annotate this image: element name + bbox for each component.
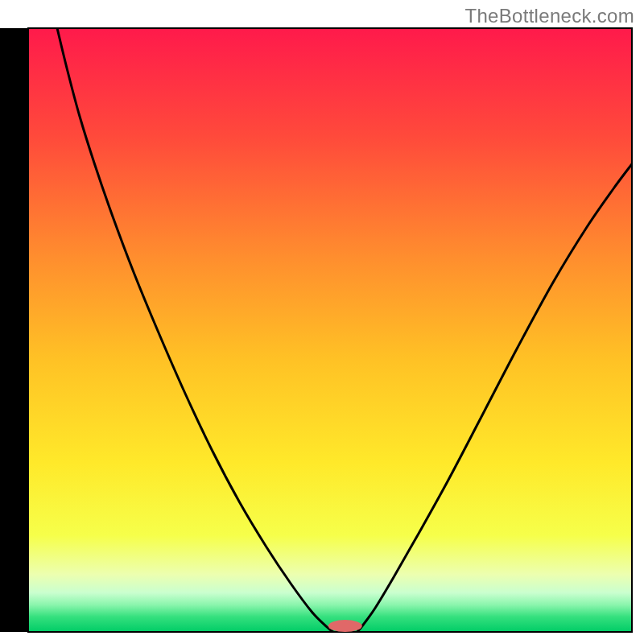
optimum-marker: [328, 620, 362, 632]
watermark-text: TheBottleneck.com: [464, 5, 634, 27]
bottleneck-chart: [0, 0, 644, 644]
left-axis-bar: [0, 28, 28, 632]
plot-background: [28, 28, 632, 632]
chart-container: TheBottleneck.com: [0, 0, 644, 644]
